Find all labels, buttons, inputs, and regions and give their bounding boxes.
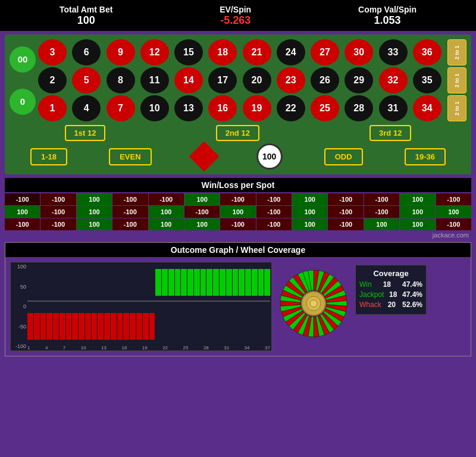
wl-cell: -100 bbox=[256, 218, 292, 230]
bar bbox=[239, 269, 245, 296]
num-cell-25[interactable]: 25 bbox=[311, 95, 339, 121]
bar bbox=[85, 313, 91, 340]
diamond-icon[interactable] bbox=[189, 142, 219, 172]
bar bbox=[34, 313, 40, 340]
chip-100[interactable]: 100 bbox=[256, 143, 283, 170]
wl-cell: -100 bbox=[364, 206, 399, 218]
roulette-wheel bbox=[278, 268, 349, 339]
bar bbox=[206, 269, 212, 296]
num-cell-24[interactable]: 24 bbox=[277, 39, 305, 65]
num-cell-13[interactable]: 13 bbox=[174, 95, 203, 121]
bar bbox=[175, 269, 181, 296]
outcome-title: Outcome Graph / Wheel Coverage bbox=[5, 243, 471, 257]
num-cell-32[interactable]: 32 bbox=[379, 67, 408, 93]
num-cell-19[interactable]: 19 bbox=[243, 95, 271, 121]
wl-cell: 100 bbox=[400, 218, 435, 230]
second-dozen-bet[interactable]: 2nd 12 bbox=[216, 125, 259, 141]
winloss-section: Win/Loss per Spot -100-100100-100-100100… bbox=[5, 178, 471, 240]
win-count: 18 bbox=[383, 280, 391, 289]
bar bbox=[149, 313, 155, 340]
wl-cell: 100 bbox=[77, 206, 112, 218]
num-cell-20[interactable]: 20 bbox=[243, 67, 271, 93]
jackpot-pct: 47.4% bbox=[402, 290, 422, 299]
num-cell-11[interactable]: 11 bbox=[140, 67, 169, 93]
num-cell-5[interactable]: 5 bbox=[72, 67, 101, 93]
col-2to1-bot[interactable]: 2 to 1 bbox=[447, 95, 466, 121]
num-cell-6[interactable]: 6 bbox=[72, 39, 101, 65]
bar bbox=[245, 269, 251, 296]
bar bbox=[130, 313, 136, 340]
double-zero-cell[interactable]: 00 bbox=[10, 46, 36, 73]
bar bbox=[162, 269, 168, 296]
wl-cell: 100 bbox=[77, 218, 112, 230]
num-cell-17[interactable]: 17 bbox=[208, 67, 237, 93]
wl-cell: -100 bbox=[256, 193, 292, 205]
ev-spin-label: EV/Spin bbox=[220, 5, 251, 14]
num-cell-29[interactable]: 29 bbox=[345, 67, 373, 93]
num-cell-28[interactable]: 28 bbox=[345, 95, 373, 121]
wl-cell: -100 bbox=[112, 218, 148, 230]
wl-cell: 100 bbox=[5, 206, 40, 218]
col-2to1-mid[interactable]: 2 to 1 bbox=[447, 67, 466, 93]
coverage-whack-row: Whack 20 52.6% bbox=[359, 301, 422, 309]
wl-cell: -100 bbox=[40, 193, 76, 205]
bar bbox=[226, 269, 232, 296]
third-dozen-bet[interactable]: 3rd 12 bbox=[369, 125, 411, 141]
even-bet[interactable]: EVEN bbox=[109, 148, 151, 165]
dozen-bets: 1st 12 2nd 12 3rd 12 bbox=[10, 125, 466, 141]
num-cell-7[interactable]: 7 bbox=[107, 95, 135, 121]
odd-bet[interactable]: ODD bbox=[324, 148, 363, 165]
num-cell-8[interactable]: 8 bbox=[107, 67, 135, 93]
num-cell-31[interactable]: 31 bbox=[379, 95, 408, 121]
num-cell-4[interactable]: 4 bbox=[72, 95, 101, 121]
jackace-watermark: jackace.com bbox=[5, 230, 471, 240]
low-bet[interactable]: 1-18 bbox=[30, 148, 67, 165]
wl-cell: -100 bbox=[112, 206, 148, 218]
num-cell-10[interactable]: 10 bbox=[140, 95, 169, 121]
num-cell-16[interactable]: 16 bbox=[208, 95, 237, 121]
num-cell-34[interactable]: 34 bbox=[413, 95, 441, 121]
num-cell-15[interactable]: 15 bbox=[174, 39, 203, 65]
bar bbox=[143, 313, 149, 340]
wl-cell: -100 bbox=[112, 193, 148, 205]
bar bbox=[117, 313, 123, 340]
bar bbox=[72, 313, 78, 340]
header-bar: Total Amt Bet 100 EV/Spin -5.263 Comp Va… bbox=[0, 0, 476, 31]
num-cell-14[interactable]: 14 bbox=[174, 67, 203, 93]
ev-spin-section: EV/Spin -5.263 bbox=[220, 5, 251, 27]
roulette-table: 00 0 36912151821242730333625811141720232… bbox=[5, 35, 471, 174]
y-axis-labels: 100 50 0 -50 -100 bbox=[11, 262, 27, 350]
wl-cell: 100 bbox=[149, 206, 184, 218]
numbers-grid: 3691215182124273033362581114172023262932… bbox=[38, 39, 445, 121]
bar bbox=[168, 269, 174, 296]
num-cell-30[interactable]: 30 bbox=[345, 39, 373, 65]
num-cell-27[interactable]: 27 bbox=[311, 39, 339, 65]
outcome-section: Outcome Graph / Wheel Coverage 100 50 0 … bbox=[5, 242, 471, 356]
num-cell-36[interactable]: 36 bbox=[413, 39, 441, 65]
col-2to1-top[interactable]: 2 to 1 bbox=[447, 39, 466, 65]
num-cell-22[interactable]: 22 bbox=[277, 95, 305, 121]
coverage-table: Coverage Win 18 47.4% Jackpot 18 47.4% W… bbox=[355, 265, 427, 315]
wl-cell: 100 bbox=[184, 218, 220, 230]
bar bbox=[213, 269, 219, 296]
zero-column: 00 0 bbox=[10, 39, 36, 121]
num-cell-35[interactable]: 35 bbox=[413, 67, 441, 93]
single-zero-cell[interactable]: 0 bbox=[10, 89, 36, 115]
total-amt-bet-value: 100 bbox=[60, 14, 112, 27]
high-bet[interactable]: 19-36 bbox=[405, 148, 446, 165]
num-cell-9[interactable]: 9 bbox=[107, 39, 135, 65]
jackpot-count: 18 bbox=[389, 290, 397, 299]
num-cell-26[interactable]: 26 bbox=[311, 67, 339, 93]
num-cell-33[interactable]: 33 bbox=[379, 39, 408, 65]
num-cell-12[interactable]: 12 bbox=[140, 39, 169, 65]
num-cell-23[interactable]: 23 bbox=[277, 67, 305, 93]
first-dozen-bet[interactable]: 1st 12 bbox=[65, 125, 106, 141]
num-cell-3[interactable]: 3 bbox=[38, 39, 67, 65]
num-cell-18[interactable]: 18 bbox=[208, 39, 237, 65]
wl-cell: -100 bbox=[328, 206, 363, 218]
wl-cell: -100 bbox=[5, 193, 40, 205]
num-cell-1[interactable]: 1 bbox=[38, 95, 67, 121]
bar bbox=[66, 313, 72, 340]
num-cell-2[interactable]: 2 bbox=[38, 67, 67, 93]
num-cell-21[interactable]: 21 bbox=[243, 39, 271, 65]
